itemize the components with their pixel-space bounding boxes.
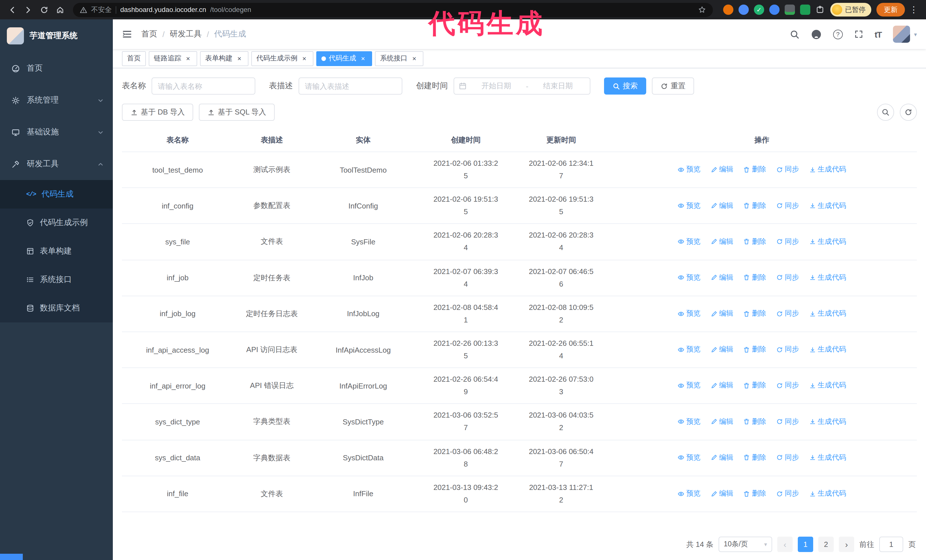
import-db-button[interactable]: 基于 DB 导入 [122, 104, 194, 121]
breadcrumb-dev-tools[interactable]: 研发工具 [170, 29, 202, 39]
extension-icon-orange[interactable] [723, 5, 733, 15]
tab-trace[interactable]: 链路追踪× [149, 51, 197, 66]
page-size-select[interactable]: 10条/页 ▾ [719, 537, 772, 552]
close-icon[interactable]: × [184, 54, 192, 62]
back-button[interactable] [5, 2, 20, 17]
sync-link[interactable]: 同步 [776, 237, 799, 246]
preview-link[interactable]: 预览 [678, 273, 701, 282]
generate-code-link[interactable]: 生成代码 [809, 453, 846, 463]
generate-code-link[interactable]: 生成代码 [809, 381, 846, 391]
extension-icon-screenshot[interactable] [785, 5, 795, 15]
sync-link[interactable]: 同步 [776, 381, 799, 391]
close-icon[interactable]: × [410, 54, 418, 62]
delete-link[interactable]: 删除 [743, 273, 766, 282]
generate-code-link[interactable]: 生成代码 [809, 273, 846, 282]
sync-link[interactable]: 同步 [776, 201, 799, 210]
page-button-1[interactable]: 1 [798, 537, 813, 552]
sidebar-item-dev-tools[interactable]: 研发工具 [0, 148, 113, 180]
sidebar-item-system-api[interactable]: 系统接口 [0, 266, 113, 294]
next-page-button[interactable]: › [839, 537, 854, 552]
sidebar-item-home[interactable]: 首页 [0, 53, 113, 84]
sync-link[interactable]: 同步 [776, 165, 799, 175]
delete-link[interactable]: 删除 [743, 165, 766, 175]
preview-link[interactable]: 预览 [678, 453, 701, 463]
toggle-search-button[interactable] [877, 104, 894, 121]
preview-link[interactable]: 预览 [678, 381, 701, 391]
home-button[interactable] [53, 2, 67, 17]
generate-code-link[interactable]: 生成代码 [809, 345, 846, 355]
reload-button[interactable] [36, 2, 51, 17]
table-desc-input[interactable] [299, 77, 402, 95]
tab-home[interactable]: 首页 [122, 51, 146, 66]
sync-link[interactable]: 同步 [776, 453, 799, 463]
fullscreen-icon[interactable] [854, 30, 863, 39]
tab-codegen[interactable]: 代码生成× [316, 51, 372, 66]
page-button-2[interactable]: 2 [818, 537, 834, 552]
sync-link[interactable]: 同步 [776, 345, 799, 355]
breadcrumb-home[interactable]: 首页 [141, 29, 157, 39]
generate-code-link[interactable]: 生成代码 [809, 489, 846, 498]
forward-button[interactable] [21, 2, 35, 17]
close-icon[interactable]: × [359, 54, 367, 62]
generate-code-link[interactable]: 生成代码 [809, 309, 846, 318]
app-logo[interactable]: 芋道管理系统 [0, 20, 113, 53]
extension-icon-leaf[interactable] [800, 5, 810, 15]
tab-form-builder[interactable]: 表单构建× [200, 51, 248, 66]
generate-code-link[interactable]: 生成代码 [809, 165, 846, 175]
close-icon[interactable]: × [235, 54, 243, 62]
sidebar-item-infrastructure[interactable]: 基础设施 [0, 116, 113, 148]
edit-link[interactable]: 编辑 [711, 345, 733, 355]
preview-link[interactable]: 预览 [678, 489, 701, 498]
sync-link[interactable]: 同步 [776, 273, 799, 282]
preview-link[interactable]: 预览 [678, 201, 701, 210]
extensions-puzzle-icon[interactable] [816, 5, 825, 14]
profile-sync-paused-chip[interactable]: 已暂停 [830, 3, 871, 17]
sync-link[interactable]: 同步 [776, 309, 799, 318]
import-sql-button[interactable]: 基于 SQL 导入 [199, 104, 275, 121]
delete-link[interactable]: 删除 [743, 201, 766, 210]
chrome-menu-icon[interactable]: ⋮ [909, 5, 918, 15]
close-icon[interactable]: × [300, 54, 308, 62]
edit-link[interactable]: 编辑 [711, 381, 733, 391]
edit-link[interactable]: 编辑 [711, 309, 733, 318]
extension-icon-blue[interactable] [738, 5, 749, 15]
edit-link[interactable]: 编辑 [711, 237, 733, 246]
preview-link[interactable]: 预览 [678, 309, 701, 318]
table-name-input[interactable] [151, 77, 255, 95]
generate-code-link[interactable]: 生成代码 [809, 201, 846, 210]
edit-link[interactable]: 编辑 [711, 201, 733, 210]
sidebar-item-system-management[interactable]: 系统管理 [0, 84, 113, 116]
sidebar-item-database-doc[interactable]: 数据库文档 [0, 294, 113, 323]
font-size-icon[interactable]: tT [875, 29, 882, 39]
edit-link[interactable]: 编辑 [711, 489, 733, 498]
tab-codegen-example[interactable]: 代码生成示例× [251, 51, 313, 66]
preview-link[interactable]: 预览 [678, 237, 701, 246]
edit-link[interactable]: 编辑 [711, 417, 733, 426]
delete-link[interactable]: 删除 [743, 309, 766, 318]
help-icon[interactable]: ? [833, 29, 843, 39]
address-bar[interactable]: 不安全 dashboard.yudao.iocoder.cn/tool/code… [73, 3, 713, 17]
delete-link[interactable]: 删除 [743, 489, 766, 498]
date-range-picker[interactable]: 开始日期 - 结束日期 [454, 77, 590, 95]
sidebar-item-form-builder[interactable]: 表单构建 [0, 237, 113, 266]
refresh-button[interactable] [900, 104, 917, 121]
tab-system-api[interactable]: 系统接口× [375, 51, 424, 66]
prev-page-button[interactable]: ‹ [777, 537, 793, 552]
chrome-update-button[interactable]: 更新 [876, 3, 905, 17]
extension-icon-green-check[interactable]: ✓ [754, 5, 764, 15]
preview-link[interactable]: 预览 [678, 417, 701, 426]
bookmark-star-icon[interactable] [698, 6, 706, 14]
sidebar-collapse-icon[interactable] [122, 29, 132, 39]
generate-code-link[interactable]: 生成代码 [809, 417, 846, 426]
delete-link[interactable]: 删除 [743, 381, 766, 391]
github-icon[interactable] [811, 29, 822, 39]
sync-link[interactable]: 同步 [776, 417, 799, 426]
sidebar-item-code-generation[interactable]: </> 代码生成 [0, 180, 113, 208]
delete-link[interactable]: 删除 [743, 453, 766, 463]
sidebar-item-code-generation-example[interactable]: 代码生成示例 [0, 208, 113, 237]
user-menu[interactable]: ▾ [893, 26, 917, 43]
delete-link[interactable]: 删除 [743, 417, 766, 426]
edit-link[interactable]: 编辑 [711, 453, 733, 463]
search-button[interactable]: 搜索 [604, 77, 646, 95]
extension-icon-people[interactable] [769, 5, 779, 15]
